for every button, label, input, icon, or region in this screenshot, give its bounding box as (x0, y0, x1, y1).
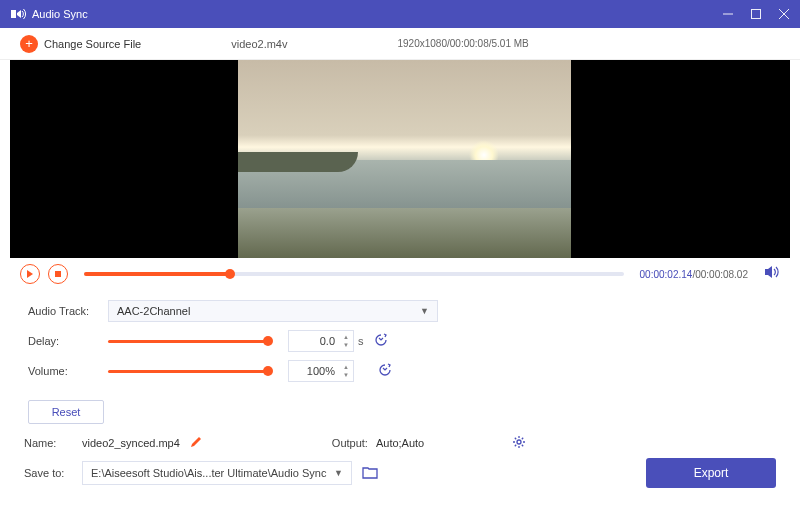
output-section: Name: video2_synced.mp4 Output: Auto;Aut… (0, 424, 800, 488)
plus-icon: + (20, 35, 38, 53)
edit-name-icon[interactable] (190, 436, 202, 450)
svg-point-5 (517, 440, 521, 444)
delay-value: 0.0 (289, 335, 339, 347)
export-button[interactable]: Export (646, 458, 776, 488)
saveto-value: E:\Aiseesoft Studio\Ais...ter Ultimate\A… (91, 467, 326, 479)
minimize-button[interactable] (722, 8, 734, 20)
audio-track-label: Audio Track: (28, 305, 108, 317)
name-label: Name: (24, 437, 82, 449)
video-preview[interactable] (10, 60, 790, 258)
playback-controls: 00:00:02.14/00:00:08.02 (0, 258, 800, 290)
volume-value: 100% (289, 365, 339, 377)
chevron-down-icon: ▼ (420, 306, 429, 316)
name-value: video2_synced.mp4 (82, 437, 180, 449)
output-value: Auto;Auto (376, 437, 424, 449)
audio-track-value: AAC-2Channel (117, 305, 190, 317)
audio-track-select[interactable]: AAC-2Channel ▼ (108, 300, 438, 322)
output-label: Output: (332, 437, 368, 449)
volume-slider[interactable] (108, 370, 268, 373)
maximize-button[interactable] (750, 8, 762, 20)
source-filename: video2.m4v (231, 38, 287, 50)
change-source-button[interactable]: + Change Source File (20, 35, 141, 53)
svg-rect-4 (55, 271, 61, 277)
delay-stepper[interactable]: ▲▼ (339, 334, 353, 348)
audio-controls: Audio Track: AAC-2Channel ▼ Delay: 0.0 ▲… (0, 290, 800, 424)
source-metadata: 1920x1080/00:00:08/5.01 MB (398, 38, 529, 49)
timecode: 00:00:02.14/00:00:08.02 (640, 269, 748, 280)
svg-rect-1 (752, 10, 761, 19)
app-logo-icon (10, 6, 26, 22)
open-folder-icon[interactable] (362, 466, 378, 481)
delay-slider[interactable] (108, 340, 268, 343)
volume-stepper[interactable]: ▲▼ (339, 364, 353, 378)
chevron-down-icon: ▼ (334, 468, 343, 478)
volume-reset-icon[interactable] (378, 363, 392, 379)
output-settings-icon[interactable] (512, 435, 526, 451)
close-button[interactable] (778, 8, 790, 20)
volume-icon[interactable] (764, 265, 780, 283)
current-time: 00:00:02.14 (640, 269, 693, 280)
delay-label: Delay: (28, 335, 108, 347)
delay-reset-icon[interactable] (374, 333, 388, 349)
total-time: /00:00:08.02 (692, 269, 748, 280)
delay-unit: s (358, 335, 364, 347)
play-button[interactable] (20, 264, 40, 284)
source-toolbar: + Change Source File video2.m4v 1920x108… (0, 28, 800, 60)
volume-input[interactable]: 100% ▲▼ (288, 360, 354, 382)
saveto-label: Save to: (24, 467, 82, 479)
saveto-select[interactable]: E:\Aiseesoft Studio\Ais...ter Ultimate\A… (82, 461, 352, 485)
seek-slider[interactable] (84, 272, 624, 276)
reset-button[interactable]: Reset (28, 400, 104, 424)
volume-label: Volume: (28, 365, 108, 377)
app-title: Audio Sync (32, 8, 88, 20)
titlebar: Audio Sync (0, 0, 800, 28)
change-source-label: Change Source File (44, 38, 141, 50)
stop-button[interactable] (48, 264, 68, 284)
delay-input[interactable]: 0.0 ▲▼ (288, 330, 354, 352)
